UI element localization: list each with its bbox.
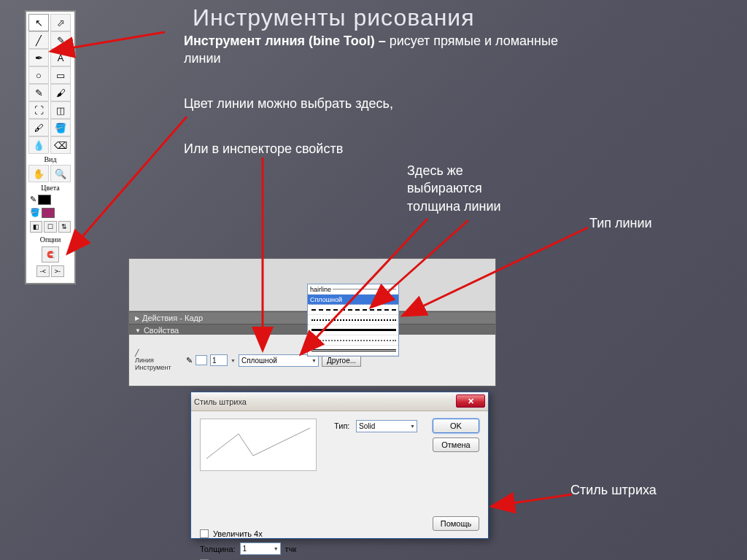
section-colors: Цвета	[28, 182, 72, 193]
zoom4x-checkbox[interactable]	[200, 529, 209, 538]
thickness-combo[interactable]: 1	[240, 542, 281, 555]
tool-palette: ↖ ⬀ ╱ ✎ ✒ A ○ ▭ ✎ 🖌 ⛶ ◫ 🖋 🪣 💧 ⌫ Вид ✋ 🔍 …	[25, 10, 76, 284]
pen-tool[interactable]: ✒	[28, 49, 49, 66]
style-ragged[interactable]	[308, 325, 398, 335]
svg-line-1	[69, 117, 187, 252]
slide-title: Инструменты рисования	[193, 4, 475, 31]
thickness-input[interactable]	[210, 354, 228, 366]
dropdown-icon[interactable]: ▼	[231, 358, 236, 363]
subselection-tool[interactable]: ⬀	[50, 14, 71, 31]
callout-linetype: Тип линии	[589, 216, 652, 231]
no-color[interactable]: ☐	[44, 221, 56, 233]
thickness-unit: тчк	[285, 545, 297, 553]
lasso-tool[interactable]: ✎	[50, 31, 71, 49]
stroke-color-row[interactable]: ✎	[28, 193, 72, 206]
eyedropper-tool[interactable]: 💧	[28, 136, 49, 154]
hand-tool[interactable]: ✋	[28, 165, 49, 182]
option-a[interactable]: -<	[36, 265, 50, 277]
help-button[interactable]: Помощь	[433, 516, 479, 531]
line-tool[interactable]: ╱	[28, 31, 49, 49]
text-inspector: Или в инспекторе свойств	[184, 140, 343, 158]
inkbottle-tool[interactable]: 🖋	[28, 119, 49, 136]
filltransform-tool[interactable]: ◫	[50, 101, 71, 119]
option-b[interactable]: >-	[51, 265, 64, 277]
freetransform-tool[interactable]: ⛶	[28, 101, 49, 119]
thickness-label: Толщина:	[200, 545, 236, 553]
rectangle-tool[interactable]: ▭	[50, 66, 71, 84]
fill-color-row[interactable]: 🪣	[28, 206, 72, 219]
zoom-tool[interactable]: 🔍	[50, 165, 71, 182]
intro-text: Инструмент линия (bine Tool) – рисует пр…	[184, 32, 592, 68]
type-combo[interactable]: Solid	[356, 420, 417, 432]
style-hairline[interactable]: hairline	[308, 284, 398, 295]
text-color-here: Цвет линии можно выбрать здесь,	[184, 95, 393, 112]
section-options: Опции	[28, 234, 72, 245]
text-tool[interactable]: A	[50, 49, 71, 66]
oval-tool[interactable]: ○	[28, 66, 49, 84]
style-solid[interactable]: Сплошной	[308, 295, 398, 305]
eraser-tool[interactable]: ⌫	[50, 136, 71, 154]
pencil-icon: ✎	[186, 356, 193, 365]
style-dotted[interactable]	[308, 315, 398, 325]
stroke-style-dialog: Стиль штриха ✕ Тип: Solid OK Отмена Увел…	[190, 392, 489, 539]
callout-strokestyle: Стиль штриха	[570, 483, 657, 498]
cancel-button[interactable]: Отмена	[433, 438, 479, 452]
bw-colors[interactable]: ◧	[30, 221, 42, 233]
callout-thickness: Здесь же выбираются толщина линии	[407, 162, 538, 215]
brush-tool[interactable]: 🖌	[50, 84, 71, 101]
section-view: Вид	[28, 154, 72, 165]
style-dashed[interactable]	[308, 305, 398, 315]
tool-indicator: ╱ Линия Инструмент	[135, 349, 180, 371]
paintbucket-tool[interactable]: 🪣	[50, 119, 71, 136]
svg-line-6	[493, 494, 572, 506]
zoom4x-label: Увеличить 4x	[213, 529, 263, 538]
stroke-color-swatch[interactable]	[196, 355, 207, 365]
style-stipple[interactable]	[308, 335, 398, 346]
dialog-title: Стиль штриха	[194, 397, 247, 406]
pencil-tool[interactable]: ✎	[28, 84, 49, 101]
style-hatched[interactable]	[308, 346, 398, 356]
snap-option[interactable]: 🧲	[42, 246, 59, 262]
type-label: Тип:	[334, 421, 349, 430]
ok-button[interactable]: OK	[433, 419, 479, 433]
close-button[interactable]: ✕	[456, 394, 485, 408]
selection-tool[interactable]: ↖	[28, 14, 49, 31]
stroke-preview	[200, 419, 317, 471]
dialog-titlebar[interactable]: Стиль штриха ✕	[191, 392, 488, 411]
style-dropdown-popup: hairline Сплошной	[307, 284, 399, 357]
swap-colors[interactable]: ⇅	[58, 221, 71, 233]
